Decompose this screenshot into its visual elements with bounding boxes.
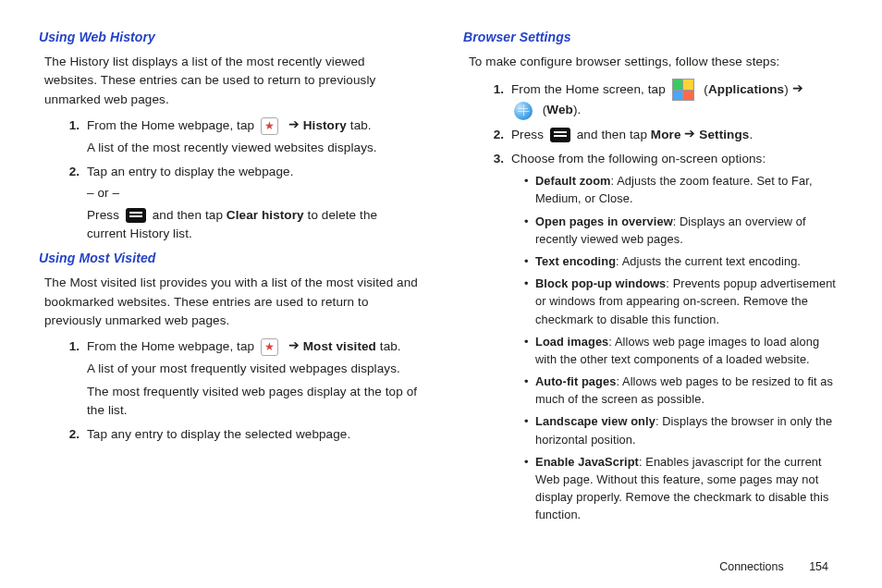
bookmark-star-icon (261, 117, 278, 135)
more-label: More (651, 128, 681, 141)
text: and then tap (153, 208, 227, 222)
list-item: Load images: Allows web page images to l… (524, 333, 843, 368)
text: From the Home webpage, tap (87, 118, 258, 132)
text: From the Home screen, tap (511, 82, 669, 96)
applications-grid-icon (672, 79, 694, 101)
step-sub: A list of the most recently viewed websi… (87, 139, 419, 157)
arrow-icon: ➔ (288, 337, 300, 355)
opt-label: Load images (535, 335, 608, 349)
web-label: Web (546, 103, 573, 116)
intro-web-history: The History list displays a list of the … (44, 53, 419, 109)
settings-label: Settings (699, 128, 749, 141)
text: Tap an entry to display the webpage. (87, 165, 294, 178)
or-separator: – or – (87, 184, 419, 202)
opt-label: Text encoding (535, 254, 616, 268)
intro-browser-settings: To make configure browser settings, foll… (469, 53, 843, 71)
step-sub: Press and then tap Clear history to dele… (87, 206, 419, 244)
arrow-icon: ➔ (684, 125, 695, 143)
footer-page-number: 154 (809, 560, 828, 573)
list-item: Auto-fit pages: Allows web pages to be r… (524, 373, 843, 408)
text: tab. (347, 118, 372, 132)
right-column: Browser Settings To make configure brows… (441, 26, 843, 571)
opt-label: Landscape view only (535, 414, 655, 428)
list-item: Block pop-up windows: Prevents popup adv… (524, 275, 843, 328)
intro-most-visited: The Most visited list provides you with … (44, 274, 419, 330)
text: Press (511, 128, 547, 141)
text: Choose from the following on-screen opti… (511, 152, 766, 165)
step: Tap any entry to display the selected we… (83, 425, 419, 444)
steps-most-visited: From the Home webpage, tap ➔ Most visite… (39, 337, 419, 444)
arrow-icon: ➔ (288, 116, 300, 134)
list-item: Text encoding: Adjusts the current text … (524, 252, 843, 270)
step: From the Home webpage, tap ➔ History tab… (83, 116, 419, 158)
step: Tap an entry to display the webpage. – o… (83, 163, 419, 243)
menu-icon (126, 208, 146, 223)
page-footer: Connections 154 (719, 560, 828, 573)
step: Press and then tap More ➔ Settings. (508, 126, 843, 144)
clear-history-label: Clear history (227, 208, 304, 222)
most-visited-tab-label: Most visited (303, 339, 376, 353)
steps-web-history: From the Home webpage, tap ➔ History tab… (39, 116, 419, 244)
step: From the Home webpage, tap ➔ Most visite… (83, 337, 419, 420)
list-item: Default zoom: Adjusts the zoom feature. … (524, 172, 843, 207)
applications-label: Applications (708, 82, 784, 96)
opt-label: Block pop-up windows (535, 276, 666, 290)
heading-web-history: Using Web History (39, 28, 419, 47)
heading-most-visited: Using Most Visited (39, 249, 419, 268)
opt-desc: : Adjusts the current text encoding. (616, 254, 801, 268)
history-tab-label: History (303, 118, 347, 132)
text: and then tap (577, 128, 651, 141)
list-item: Open pages in overview: Displays an over… (524, 213, 843, 248)
step-sub: A list of your most frequently visited w… (87, 360, 419, 378)
opt-label: Enable JavaScript (535, 455, 639, 469)
text: Tap any entry to display the selected we… (87, 427, 350, 441)
step-sub: The most frequently visited web pages di… (87, 383, 419, 421)
web-globe-icon (514, 102, 533, 120)
opt-label: Default zoom (535, 174, 611, 188)
bookmark-star-icon (261, 338, 278, 356)
manual-page: Using Web History The History list displ… (0, 0, 882, 588)
heading-browser-settings: Browser Settings (463, 28, 843, 47)
footer-section: Connections (719, 560, 784, 573)
list-item: Landscape view only: Displays the browse… (524, 412, 843, 447)
opt-label: Auto-fit pages (535, 374, 616, 388)
steps-browser-settings: From the Home screen, tap (Applications)… (463, 79, 843, 523)
menu-icon (550, 128, 570, 142)
list-item: Enable JavaScript: Enables javascript fo… (524, 453, 843, 524)
left-column: Using Web History The History list displ… (39, 26, 441, 571)
opt-label: Open pages in overview (535, 214, 673, 228)
text: From the Home webpage, tap (87, 339, 258, 353)
text: Press (87, 208, 123, 222)
settings-options-list: Default zoom: Adjusts the zoom feature. … (511, 172, 843, 523)
text: tab. (376, 339, 401, 353)
arrow-icon: ➔ (792, 80, 803, 98)
step: From the Home screen, tap (Applications)… (508, 79, 843, 119)
step: Choose from the following on-screen opti… (508, 150, 843, 524)
